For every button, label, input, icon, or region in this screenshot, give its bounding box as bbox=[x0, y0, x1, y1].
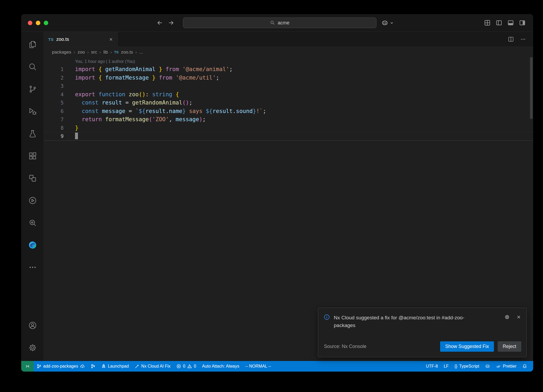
ellipsis-icon bbox=[28, 263, 37, 272]
minimize-window-button[interactable] bbox=[36, 21, 40, 25]
activity-bar bbox=[21, 32, 44, 361]
code-text: return formatMessage('ZOO', message); bbox=[64, 115, 206, 124]
vim-mode-status[interactable]: -- NORMAL -- bbox=[242, 361, 274, 372]
split-editor-button[interactable] bbox=[508, 36, 514, 42]
go-back-button[interactable] bbox=[156, 19, 163, 26]
eol-status[interactable]: LF bbox=[441, 361, 452, 372]
beaker-icon bbox=[28, 129, 37, 138]
problems-status[interactable]: 0 0 bbox=[173, 361, 199, 372]
notification-settings-button[interactable] bbox=[504, 314, 510, 320]
branch-name: add-zoo-packages bbox=[43, 364, 78, 369]
status-bar-right: UTF-8 LF {} TypeScript Prettier bbox=[423, 361, 533, 372]
line-number[interactable]: 9 bbox=[44, 132, 64, 141]
show-suggested-fix-button[interactable]: Show Suggested Fix bbox=[440, 341, 494, 352]
reject-button[interactable]: Reject bbox=[498, 341, 521, 352]
code-line[interactable]: 9 bbox=[44, 132, 533, 141]
notification-source: Source: Nx Console bbox=[323, 344, 366, 349]
breadcrumb-item-file[interactable]: zoo.ts bbox=[121, 50, 133, 55]
command-center-search[interactable]: acme bbox=[183, 18, 376, 28]
code-line[interactable]: 8} bbox=[44, 124, 533, 132]
layout-controls bbox=[484, 14, 526, 32]
language-label: TypeScript bbox=[459, 364, 479, 369]
notification-close-button[interactable] bbox=[516, 314, 521, 320]
copilot-status[interactable] bbox=[482, 361, 493, 372]
run-view-button[interactable] bbox=[21, 189, 44, 212]
copilot-icon bbox=[485, 364, 490, 369]
code-text bbox=[64, 82, 75, 90]
breadcrumb-item-src[interactable]: src bbox=[91, 50, 97, 55]
language-mode-status[interactable]: {} TypeScript bbox=[452, 361, 482, 372]
code-line[interactable]: 5 const result = getRandomAnimal(); bbox=[44, 99, 533, 107]
code-line[interactable]: 7 return formatMessage('ZOO', message); bbox=[44, 115, 533, 124]
vim-mode-label: -- NORMAL -- bbox=[245, 364, 271, 369]
search-view-button[interactable] bbox=[21, 56, 44, 78]
inspect-view-button[interactable] bbox=[21, 212, 44, 234]
customize-layout-button[interactable] bbox=[484, 19, 491, 26]
encoding-label: UTF-8 bbox=[426, 364, 438, 369]
line-number[interactable]: 3 bbox=[44, 82, 64, 90]
editor-scrollbar[interactable] bbox=[530, 57, 533, 119]
notifications-bell-button[interactable] bbox=[519, 361, 530, 372]
chevron-right-icon: › bbox=[110, 50, 112, 55]
account-icon bbox=[28, 321, 37, 330]
nx-cloud-ai-fix-status[interactable]: Nx Cloud AI Fix bbox=[132, 361, 173, 372]
git-blame-annotation: You, 1 hour ago | 1 author (You) bbox=[44, 58, 533, 65]
encoding-status[interactable]: UTF-8 bbox=[423, 361, 441, 372]
breadcrumb-item-lib[interactable]: lib bbox=[103, 50, 108, 55]
edge-browser-view-button[interactable] bbox=[21, 234, 44, 256]
custom-view-button[interactable] bbox=[21, 167, 44, 189]
code-line[interactable]: 4export function zoo(): string { bbox=[44, 90, 533, 99]
wand-icon bbox=[135, 364, 139, 369]
line-number[interactable]: 5 bbox=[44, 99, 64, 107]
overlapping-squares-icon bbox=[28, 174, 37, 183]
titlebar: acme bbox=[21, 14, 533, 32]
remote-indicator[interactable] bbox=[21, 361, 34, 372]
run-debug-view-button[interactable] bbox=[21, 100, 44, 123]
warning-icon bbox=[187, 364, 192, 369]
more-actions-button[interactable] bbox=[520, 36, 526, 42]
launchpad-status[interactable]: Launchpad bbox=[98, 361, 132, 372]
line-number[interactable]: 1 bbox=[44, 65, 64, 74]
extensions-view-button[interactable] bbox=[21, 145, 44, 167]
toggle-panel-button[interactable] bbox=[507, 19, 514, 26]
code-text: import { getRandomAnimal } from '@acme/a… bbox=[64, 65, 233, 74]
toggle-primary-sidebar-button[interactable] bbox=[496, 19, 502, 26]
error-icon bbox=[176, 364, 181, 369]
git-branch-icon bbox=[37, 364, 41, 369]
toggle-secondary-sidebar-button[interactable] bbox=[519, 19, 526, 26]
breadcrumb-item-packages[interactable]: packages bbox=[52, 50, 71, 55]
git-branch-status[interactable]: add-zoo-packages bbox=[34, 361, 88, 372]
go-forward-button[interactable] bbox=[168, 19, 174, 26]
breadcrumb-item-zoo[interactable]: zoo bbox=[77, 50, 85, 55]
zoom-window-button[interactable] bbox=[44, 21, 48, 25]
line-number[interactable]: 2 bbox=[44, 74, 64, 82]
tab-zoo-ts[interactable]: TS zoo.ts bbox=[44, 32, 118, 47]
line-number[interactable]: 8 bbox=[44, 124, 64, 132]
code-line[interactable]: 3 bbox=[44, 82, 533, 90]
auto-attach-status[interactable]: Auto Attach: Always bbox=[199, 361, 242, 372]
breadcrumb-item-symbol[interactable]: ... bbox=[139, 50, 143, 55]
testing-view-button[interactable] bbox=[21, 123, 44, 145]
settings-button[interactable] bbox=[21, 337, 44, 359]
line-number[interactable]: 7 bbox=[44, 115, 64, 124]
tab-bar: TS zoo.ts bbox=[44, 32, 533, 47]
source-control-view-button[interactable] bbox=[21, 78, 44, 100]
typescript-file-icon: TS bbox=[48, 37, 54, 42]
eol-label: LF bbox=[444, 364, 449, 369]
formatter-status[interactable]: Prettier bbox=[493, 361, 519, 372]
code-text: } bbox=[64, 124, 78, 132]
files-icon bbox=[28, 40, 37, 49]
line-number[interactable]: 4 bbox=[44, 90, 64, 99]
typescript-file-icon: TS bbox=[114, 50, 119, 54]
copilot-menu-button[interactable] bbox=[381, 18, 394, 28]
close-window-button[interactable] bbox=[28, 21, 32, 25]
additional-views-button[interactable] bbox=[21, 256, 44, 278]
accounts-button[interactable] bbox=[21, 314, 44, 337]
code-line[interactable]: 2import { formatMessage } from '@acme/ut… bbox=[44, 74, 533, 82]
line-number[interactable]: 6 bbox=[44, 107, 64, 116]
explorer-view-button[interactable] bbox=[21, 33, 44, 56]
code-line[interactable]: 6 const message = `${result.name} says $… bbox=[44, 107, 533, 116]
commit-graph-button[interactable] bbox=[88, 361, 98, 372]
code-line[interactable]: 1import { getRandomAnimal } from '@acme/… bbox=[44, 65, 533, 74]
close-tab-button[interactable] bbox=[109, 37, 113, 42]
